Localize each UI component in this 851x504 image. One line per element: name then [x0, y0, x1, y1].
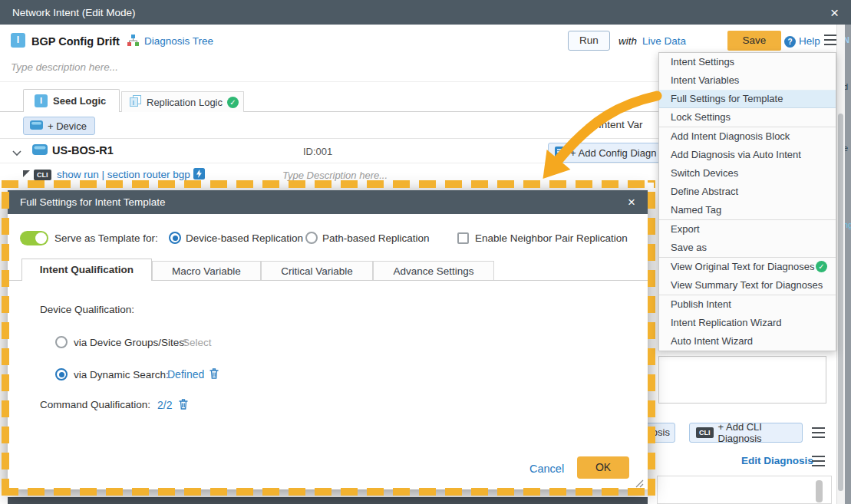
divider	[0, 163, 660, 163]
chevron-down-icon[interactable]	[12, 147, 21, 159]
menu-item-intent-variables[interactable]: Intent Variables	[659, 71, 836, 90]
menu-hamburger-icon[interactable]	[824, 35, 837, 45]
menu-item-save-as[interactable]: Save as	[659, 239, 836, 257]
add-cli-diagnosis-button[interactable]: CLI + Add CLI Diagnosis	[689, 423, 803, 443]
help-link[interactable]: Help	[799, 35, 820, 47]
command-qualification-label: Command Qualification:	[40, 399, 150, 410]
modal-titlebar: Full Settings for Intent Template ×	[8, 190, 648, 214]
close-icon[interactable]: ×	[830, 5, 839, 20]
path-based-label: Path-based Replication	[322, 232, 430, 244]
add-config-diagnosis-label: + Add Config Diagn	[570, 147, 656, 159]
intent-type-icon: I	[11, 33, 25, 48]
trash-icon[interactable]	[209, 367, 219, 382]
callout-arrow	[506, 73, 675, 196]
seed-logic-icon: I	[35, 94, 48, 107]
menu-item-publish-intent[interactable]: Publish Intent	[659, 295, 836, 314]
tab-intent-qualification[interactable]: Intent Qualification	[21, 259, 152, 281]
diagnosis-tree-link[interactable]: Diagnosis Tree	[144, 35, 213, 47]
menu-item-define-abstract[interactable]: Define Abstract	[659, 183, 836, 201]
description-input[interactable]: Type description here...	[11, 61, 118, 73]
intent-variables-label: Intent Var	[599, 119, 643, 130]
menu-item-switch-devices[interactable]: Switch Devices	[659, 164, 836, 183]
clipped-background-strip: N d e ng	[845, 25, 851, 504]
modal-close-icon[interactable]: ×	[628, 195, 635, 210]
scrollbar-thumb[interactable]	[838, 114, 843, 491]
menu-item-auto-intent-wizard[interactable]: Auto Intent Wizard	[659, 332, 836, 351]
neighbor-pair-checkbox[interactable]	[457, 232, 469, 244]
defined-link[interactable]: Defined	[167, 368, 204, 380]
device-name[interactable]: US-BOS-R1	[52, 144, 114, 156]
via-dynamic-search-label: via Dynamic Search:	[74, 369, 169, 380]
menu-item-lock-settings[interactable]: Lock Settings	[659, 108, 836, 127]
cancel-button[interactable]: Cancel	[529, 463, 564, 475]
device-icon	[30, 120, 43, 132]
serve-as-template-toggle[interactable]	[20, 231, 48, 245]
live-data-link[interactable]: Live Data	[642, 35, 686, 47]
device-based-label: Device-based Replication	[186, 232, 303, 244]
add-config-diagnosis-button[interactable]: + Add Config Diagn	[548, 143, 661, 163]
menu-item-view-summary-text[interactable]: View Summary Text for Diagnoses	[659, 276, 836, 295]
menu-item-export[interactable]: Export	[659, 220, 836, 239]
tab-seed-logic[interactable]: I Seed Logic	[23, 89, 120, 112]
replication-ok-icon: ✓	[227, 97, 239, 108]
diagnosis-text-box[interactable]	[657, 476, 832, 504]
highlight-dashed-border-left	[2, 180, 9, 496]
diagnosis-hamburger-icon[interactable]	[812, 456, 825, 466]
menu-item-named-tag[interactable]: Named Tag	[659, 201, 836, 219]
tab-advance-settings[interactable]: Advance Settings	[373, 261, 494, 281]
tab-replication-logic[interactable]: I Replication Logic ✓	[121, 91, 244, 112]
trash-icon[interactable]	[178, 398, 189, 413]
window-titlebar: Network Intent (Edit Mode) ×	[0, 0, 851, 25]
menu-item-add-diagnosis-via-auto-intent[interactable]: Add Diagnosis via Auto Intent	[659, 146, 836, 164]
edit-diagnosis-link[interactable]: Edit Diagnosis	[741, 455, 813, 466]
add-device-label: + Device	[48, 120, 87, 132]
router-icon	[32, 144, 48, 157]
menu-item-full-settings-for-template[interactable]: Full Settings for Template	[659, 90, 836, 108]
menu-item-intent-replication-wizard[interactable]: Intent Replication Wizard	[659, 314, 836, 332]
ok-button[interactable]: OK	[577, 456, 629, 479]
intent-name: BGP Config Drift	[31, 35, 120, 48]
window-title: Network Intent (Edit Mode)	[12, 7, 136, 18]
path-based-radio[interactable]	[305, 232, 318, 244]
full-settings-modal: Full Settings for Intent Template × Serv…	[8, 190, 648, 489]
help-icon[interactable]: ?	[784, 36, 796, 48]
diagnosis-tree-icon	[127, 35, 139, 48]
config-diagnosis-icon	[555, 147, 566, 160]
menu-item-add-intent-diagnosis-block[interactable]: Add Intent Diagnosis Block	[659, 127, 836, 146]
add-device-button[interactable]: + Device	[23, 117, 95, 135]
menu-item-intent-settings[interactable]: Intent Settings	[659, 53, 836, 71]
select-link[interactable]: Select	[183, 337, 212, 348]
tab-seed-logic-label: Seed Logic	[53, 95, 106, 107]
tab-replication-logic-label: Replication Logic	[147, 97, 223, 108]
device-id: ID:001	[303, 146, 332, 157]
device-qualification-label: Device Qualification:	[40, 304, 134, 315]
modal-title: Full Settings for Intent Template	[20, 196, 166, 208]
highlight-dashed-border-top	[2, 180, 655, 188]
via-device-groups-radio[interactable]	[55, 336, 68, 348]
highlight-dashed-border-bottom	[2, 488, 655, 496]
cli-badge: CLI	[34, 170, 51, 180]
run-button[interactable]: Run	[568, 31, 610, 51]
cli-command-link[interactable]: show run | section router bgp	[57, 169, 190, 180]
collapse-triangle-icon[interactable]	[23, 170, 30, 177]
with-label: with	[618, 35, 637, 47]
device-based-radio[interactable]	[169, 232, 181, 244]
modal-bottom-strip	[8, 497, 648, 504]
tab-critical-variable[interactable]: Critical Variable	[261, 261, 373, 281]
save-button[interactable]: Save	[727, 31, 781, 51]
via-dynamic-search-radio[interactable]	[55, 368, 68, 380]
highlight-dashed-border-right	[648, 180, 655, 496]
note-box[interactable]	[658, 356, 826, 404]
inner-scrollbar-thumb[interactable]	[816, 480, 823, 502]
tab-macro-variable[interactable]: Macro Variable	[152, 261, 261, 281]
command-qualification-value[interactable]: 2/2	[157, 399, 172, 411]
replication-logic-icon: I	[130, 95, 142, 110]
neighbor-pair-label: Enable Neighbor Pair Replication	[475, 232, 628, 244]
menu-item-view-original-text[interactable]: View Original Text for Diagnoses ✓	[659, 258, 836, 276]
check-icon: ✓	[816, 261, 827, 272]
via-device-groups-label: via Device Groups/Sites:	[74, 337, 187, 348]
panel-hamburger-icon[interactable]	[812, 427, 825, 438]
hamburger-dropdown-menu: Intent Settings Intent Variables Full Se…	[658, 52, 836, 351]
svg-text:I: I	[133, 98, 135, 106]
cli-description-input[interactable]: Type Description here...	[282, 170, 388, 181]
